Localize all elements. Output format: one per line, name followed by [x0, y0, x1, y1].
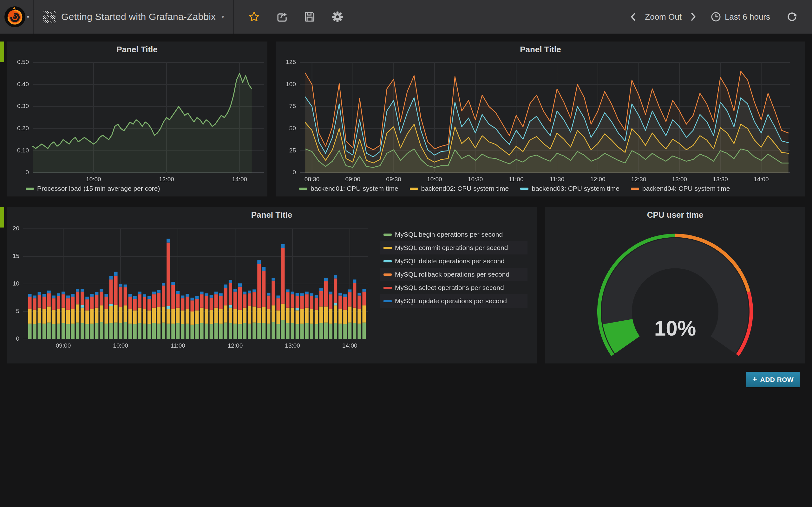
dashboard-title-dropdown[interactable]: Getting Started with Grafana-Zabbix ▾	[34, 0, 234, 34]
series-color-dash	[384, 233, 392, 236]
legend-item[interactable]: MySQL commit operations per second	[380, 241, 527, 255]
add-row-label: ADD ROW	[760, 376, 794, 383]
dashboard-page: ▾ Getting Started with Grafana-Zabbix ▾	[0, 0, 812, 507]
grafana-menu-button[interactable]: ▾	[0, 0, 34, 34]
time-shift-forward-button[interactable]	[690, 12, 697, 21]
panel-cpu-user-time: CPU user time 10%	[545, 207, 805, 363]
series-color-dash	[26, 187, 34, 190]
legend-item[interactable]: backend03: CPU system time	[520, 185, 619, 192]
legend-item[interactable]: MySQL update operations per second	[380, 294, 527, 308]
legend-item[interactable]: backend01: CPU system time	[299, 185, 398, 192]
chevron-left-icon	[629, 12, 637, 21]
series-label: Processor load (15 min average per core)	[37, 185, 160, 192]
panel-title[interactable]: Panel Title	[275, 45, 805, 55]
legend-item[interactable]: MySQL begin operations per second	[380, 228, 527, 241]
graph-legend: Processor load (15 min average per core)	[26, 185, 160, 192]
time-range-label: Last 6 hours	[725, 12, 770, 22]
legend-item[interactable]: MySQL delete operations per second	[380, 255, 527, 268]
graph-canvas[interactable]	[7, 54, 267, 187]
series-color-dash	[384, 260, 392, 262]
series-color-dash	[384, 300, 392, 302]
panel-cpu-system-time: Panel Title backend01: CPU system time b…	[275, 42, 805, 196]
gauge-value: 10%	[545, 317, 805, 339]
gear-icon	[332, 11, 343, 22]
plus-icon: +	[752, 374, 757, 384]
legend-item[interactable]: backend02: CPU system time	[410, 185, 509, 192]
chevron-right-icon	[690, 12, 697, 21]
save-button[interactable]	[304, 11, 315, 22]
clock-icon	[711, 12, 721, 22]
chevron-down-icon: ▾	[27, 14, 30, 20]
grafana-logo-icon	[4, 6, 26, 27]
legend-item[interactable]: Processor load (15 min average per core)	[26, 185, 160, 192]
series-label: backend01: CPU system time	[310, 185, 398, 192]
time-shift-back-button[interactable]	[629, 12, 637, 21]
settings-button[interactable]	[332, 11, 343, 22]
dashboard-title: Getting Started with Grafana-Zabbix	[61, 11, 216, 22]
dashboard-actions	[234, 11, 343, 22]
series-label: MySQL begin operations per second	[395, 231, 503, 238]
share-icon	[276, 11, 287, 22]
series-color-dash	[520, 187, 528, 190]
gauge-canvas[interactable]	[545, 220, 805, 363]
legend-item[interactable]: MySQL rollback operations per second	[380, 268, 527, 281]
time-range-picker[interactable]: Last 6 hours	[711, 12, 770, 22]
legend-item[interactable]: backend04: CPU system time	[631, 185, 730, 192]
add-row-button[interactable]: + ADD ROW	[746, 372, 800, 387]
series-label: MySQL rollback operations per second	[395, 271, 509, 278]
series-label: backend03: CPU system time	[531, 185, 619, 192]
save-icon	[304, 11, 315, 22]
series-color-dash	[384, 247, 392, 249]
series-color-dash	[384, 287, 392, 289]
panel-title[interactable]: Panel Title	[7, 45, 267, 55]
series-label: backend02: CPU system time	[421, 185, 509, 192]
time-controls: Zoom Out Last 6 hours	[629, 11, 812, 22]
panel-title[interactable]: CPU user time	[545, 210, 805, 220]
graph-legend: backend01: CPU system time backend02: CP…	[299, 185, 730, 192]
panel-mysql-operations: Panel Title MySQL begin operations per s…	[7, 207, 537, 363]
graph-canvas[interactable]	[275, 54, 805, 187]
star-button[interactable]	[249, 11, 259, 22]
graph-legend-table: MySQL begin operations per second MySQL …	[380, 228, 527, 308]
chevron-down-icon: ▾	[221, 14, 224, 20]
series-label: MySQL select operations per second	[395, 284, 504, 291]
series-color-dash	[410, 187, 418, 190]
series-label: MySQL delete operations per second	[395, 257, 505, 265]
row-collapse-handle[interactable]	[0, 207, 4, 228]
series-color-dash	[631, 187, 639, 190]
zoom-out-button[interactable]: Zoom Out	[645, 12, 681, 22]
star-icon	[249, 11, 259, 22]
series-label: MySQL commit operations per second	[395, 244, 508, 251]
panel-title[interactable]: Panel Title	[7, 210, 537, 220]
series-label: backend04: CPU system time	[642, 185, 730, 192]
refresh-button[interactable]	[786, 11, 798, 22]
series-color-dash	[384, 274, 392, 276]
panel-processor-load: Panel Title Processor load (15 min avera…	[7, 42, 267, 196]
top-navbar: ▾ Getting Started with Grafana-Zabbix ▾	[0, 0, 812, 34]
series-color-dash	[299, 187, 307, 190]
share-button[interactable]	[276, 11, 287, 22]
row-collapse-handle[interactable]	[0, 42, 4, 62]
dashboard-grid-icon	[43, 11, 55, 23]
refresh-icon	[786, 11, 798, 22]
legend-item[interactable]: MySQL select operations per second	[380, 281, 527, 294]
series-label: MySQL update operations per second	[395, 297, 507, 305]
